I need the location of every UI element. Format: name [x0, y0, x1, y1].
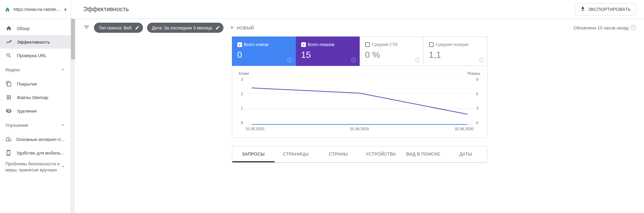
chart-right-ticks: 9 6 3 0 [474, 77, 480, 125]
nav-item-sitemaps[interactable]: Файлы Sitemap [0, 91, 71, 104]
tab-queries[interactable]: ЗАПРОСЫ [232, 146, 275, 162]
chevron-down-icon [61, 164, 65, 170]
filter-chip-search-type[interactable]: Тип поиска: Веб [94, 23, 143, 33]
help-icon[interactable]: ? [479, 57, 484, 62]
nav-item-coverage[interactable]: Покрытие [0, 77, 71, 91]
tick: 31.05.2020 [246, 127, 264, 131]
nav-item-mobile-usability[interactable]: Удобство для мобильных [0, 146, 71, 160]
layers-icon [5, 80, 12, 87]
help-icon[interactable]: ? [630, 25, 636, 30]
tick: 0 [476, 121, 478, 125]
speed-icon [5, 136, 11, 143]
content: Всего кликов 0 ? Всего показов 15 ? [71, 37, 644, 213]
help-icon[interactable]: ? [351, 57, 356, 62]
nav-label: Обзор [17, 26, 30, 31]
tab-label: СТРАНИЦЫ [283, 151, 309, 157]
dropdown-arrow-icon: ▾ [64, 7, 67, 12]
smartphone-icon [5, 149, 12, 156]
sidebar-nav: Обзор Эффективность Проверка URL Индекс [0, 19, 71, 213]
metric-clicks[interactable]: Всего кликов 0 ? [232, 37, 296, 66]
chevron-up-icon [61, 67, 65, 73]
tick: 02.06.2020 [455, 127, 473, 131]
tick: 01.06.2020 [350, 127, 369, 131]
last-updated: Обновлено 10 часов назад ? [573, 25, 636, 30]
nav-item-performance[interactable]: Эффективность [0, 35, 71, 49]
chart-left-ticks: 3 2 1 0 [239, 77, 245, 125]
nav-label: Файлы Sitemap [17, 95, 48, 100]
plus-icon: + [230, 24, 234, 31]
chart-left-axis-label: Клики [239, 71, 249, 75]
nav-section-label: Проблемы безопасности и меры, принятые в… [5, 161, 61, 173]
metric-value: 0 [237, 50, 290, 60]
tab-label: ЗАПРОСЫ [242, 151, 265, 157]
tabs-row: ЗАПРОСЫ СТРАНИЦЫ СТРАНЫ УСТРОЙСТВА ВИД В… [232, 146, 487, 163]
nav-section-label: Индекс [5, 67, 61, 72]
checkbox-icon [365, 42, 370, 47]
nav-label: Эффективность [17, 40, 50, 45]
nav-section-index[interactable]: Индекс [0, 62, 71, 77]
tick: 6 [476, 92, 478, 96]
updated-text: Обновлено 10 часов назад [573, 25, 628, 30]
chip-label: Дата: За последние 3 месяца [152, 25, 212, 30]
metric-impressions[interactable]: Всего показов 15 ? [296, 37, 360, 66]
tab-label: ДАТЫ [459, 151, 472, 157]
help-icon[interactable]: ? [287, 57, 292, 62]
filter-row: Тип поиска: Веб Дата: За последние 3 мес… [71, 19, 644, 37]
scrollbar-thumb[interactable] [71, 19, 75, 60]
edit-icon [215, 25, 221, 31]
tab-label: СТРАНЫ [329, 151, 348, 157]
nav-section-label: Улучшения [5, 123, 61, 128]
tab-devices[interactable]: УСТРОЙСТВА [360, 146, 402, 162]
tab-countries[interactable]: СТРАНЫ [317, 146, 360, 162]
tab-label: ВИД В ПОИСКЕ [406, 151, 440, 157]
nav-section-security[interactable]: Проблемы безопасности и меры, принятые в… [0, 160, 71, 174]
checkbox-icon [237, 42, 242, 47]
visibility-off-icon [5, 108, 12, 114]
property-url: https://www.na-rabote.by/ [14, 7, 62, 12]
new-label: НОВЫЙ [237, 25, 254, 30]
nav-label: Основные интернет-показ... [16, 137, 65, 142]
page-header: Эффективность ЭКСПОРТИРОВАТЬ [71, 0, 644, 19]
scrollbar-track[interactable] [71, 19, 75, 213]
metric-ctr[interactable]: Средний CTR 0 % ? [360, 37, 424, 66]
filter-chip-date[interactable]: Дата: За последние 3 месяца [147, 23, 223, 33]
nav-item-removals[interactable]: Удаления [0, 104, 71, 118]
tab-label: УСТРОЙСТВА [365, 151, 396, 157]
add-filter-button[interactable]: + НОВЫЙ [228, 24, 257, 31]
metric-value: 1,1 [429, 50, 482, 60]
tab-pages[interactable]: СТРАНИЦЫ [275, 146, 317, 162]
nav-item-url-inspect[interactable]: Проверка URL [0, 49, 71, 62]
nav-item-overview[interactable]: Обзор [0, 22, 71, 35]
checkbox-icon [301, 42, 306, 47]
metric-position[interactable]: Средняя позиция 1,1 ? [424, 37, 487, 66]
tab-dates[interactable]: ДАТЫ [445, 146, 487, 162]
tick: 0 [241, 121, 243, 125]
tick: 1 [241, 106, 243, 110]
tab-search-appearance[interactable]: ВИД В ПОИСКЕ [402, 146, 445, 162]
metric-label: Средний CTR [372, 42, 398, 47]
main-area: Эффективность ЭКСПОРТИРОВАТЬ Тип поиска:… [71, 0, 644, 213]
page-title: Эффективность [83, 6, 129, 13]
filter-icon[interactable] [83, 24, 90, 32]
property-logo-icon [4, 6, 11, 13]
chart-x-ticks: 31.05.2020 01.06.2020 02.06.2020 [239, 127, 480, 131]
metric-value: 15 [301, 50, 354, 60]
nav-item-core-web-vitals[interactable]: Основные интернет-показ... [0, 133, 71, 146]
search-icon [5, 52, 12, 59]
trending-icon [5, 39, 12, 45]
metric-label: Всего показов [308, 42, 334, 47]
metrics-row: Всего кликов 0 ? Всего показов 15 ? [232, 37, 487, 66]
home-icon [5, 25, 12, 32]
nav-label: Проверка URL [17, 53, 47, 58]
tick: 3 [476, 106, 478, 110]
property-selector[interactable]: https://www.na-rabote.by/ ▾ [0, 0, 71, 19]
export-button[interactable]: ЭКСПОРТИРОВАТЬ [575, 3, 636, 16]
chip-label: Тип поиска: Веб [99, 25, 132, 30]
export-label: ЭКСПОРТИРОВАТЬ [588, 7, 631, 12]
nav-section-enhancements[interactable]: Улучшения [0, 118, 71, 133]
tick: 9 [476, 77, 478, 81]
metric-label: Средняя позиция [436, 42, 469, 47]
help-icon[interactable]: ? [415, 57, 420, 62]
chart-plot[interactable] [245, 77, 474, 125]
chart-card: Клики Показы 3 2 1 0 [232, 66, 487, 138]
